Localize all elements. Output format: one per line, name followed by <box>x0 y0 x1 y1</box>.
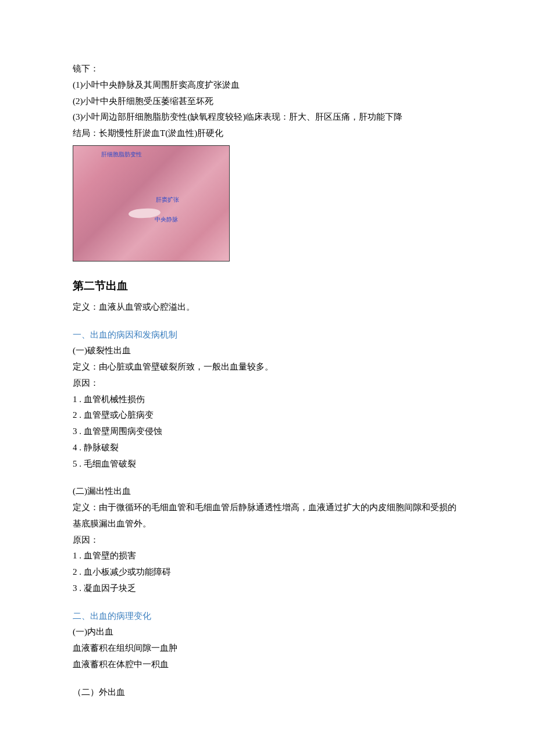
part1a-item-3: 3 . 血管壁周围病变侵蚀 <box>73 424 462 440</box>
image-label-fatty: 肝细胞脂肪变性 <box>101 149 142 160</box>
section-2-title: 第二节出血 <box>73 275 462 296</box>
micro-header: 镜下： <box>73 61 462 77</box>
part1b-definition: 定义：由于微循环的毛细血管和毛细血管后静脉通透性增高，血液通过扩大的内皮细胞间隙… <box>73 500 462 532</box>
intro-point-2: (2)小叶中央肝细胞受压萎缩甚至坏死 <box>73 94 462 110</box>
part2a-title: (一)内出血 <box>73 624 462 640</box>
intro-point-3: (3)小叶周边部肝细胞脂肪变性(缺氧程度较轻)临床表现：肝大、肝区压痛，肝功能下… <box>73 109 462 126</box>
part1a-item-4: 4 . 静脉破裂 <box>73 440 462 456</box>
image-label-sinusoid: 肝窦扩张 <box>156 195 179 206</box>
part1b-item-1: 1 . 血管壁的损害 <box>73 548 462 564</box>
part1b-item-3: 3 . 凝血因子块乏 <box>73 581 462 597</box>
part1a-item-2: 2 . 血管壁或心脏病变 <box>73 407 462 424</box>
part1b-cause-label: 原因： <box>73 532 462 549</box>
part1a-item-1: 1 . 血管机械性损伤 <box>73 392 462 408</box>
part2-heading: 二、出血的病理变化 <box>73 608 462 625</box>
section-2-definition: 定义：血液从血管或心腔溢出。 <box>73 299 462 316</box>
part1a-title: (一)破裂性出血 <box>73 343 462 359</box>
part1b-title: (二)漏出性出血 <box>73 483 462 500</box>
document-page: 镜下： (1)小叶中央静脉及其周围肝窦高度扩张淤血 (2)小叶中央肝细胞受压萎缩… <box>0 0 535 756</box>
part2a-line-2: 血液蓄积在体腔中一积血 <box>73 657 462 673</box>
part1a-item-5: 5 . 毛细血管破裂 <box>73 456 462 472</box>
part1b-item-2: 2 . 血小板减少或功能障碍 <box>73 564 462 581</box>
part1a-definition: 定义：由心脏或血管壁破裂所致，一般出血量较多。 <box>73 359 462 375</box>
image-label-central-vein: 中央静脉 <box>155 214 178 225</box>
histology-image: 肝细胞脂肪变性 肝窦扩张 中央静脉 <box>73 145 230 261</box>
part1-heading: 一、出血的病因和发病机制 <box>73 327 462 343</box>
part1a-cause-label: 原因： <box>73 375 462 392</box>
intro-outcome: 结局：长期慢性肝淤血T(淤血性)肝硬化 <box>73 126 462 142</box>
part2a-line-1: 血液蓄积在组织间隙一血肿 <box>73 640 462 657</box>
intro-point-1: (1)小叶中央静脉及其周围肝窦高度扩张淤血 <box>73 77 462 94</box>
part2b-title: （二）外出血 <box>73 685 462 701</box>
